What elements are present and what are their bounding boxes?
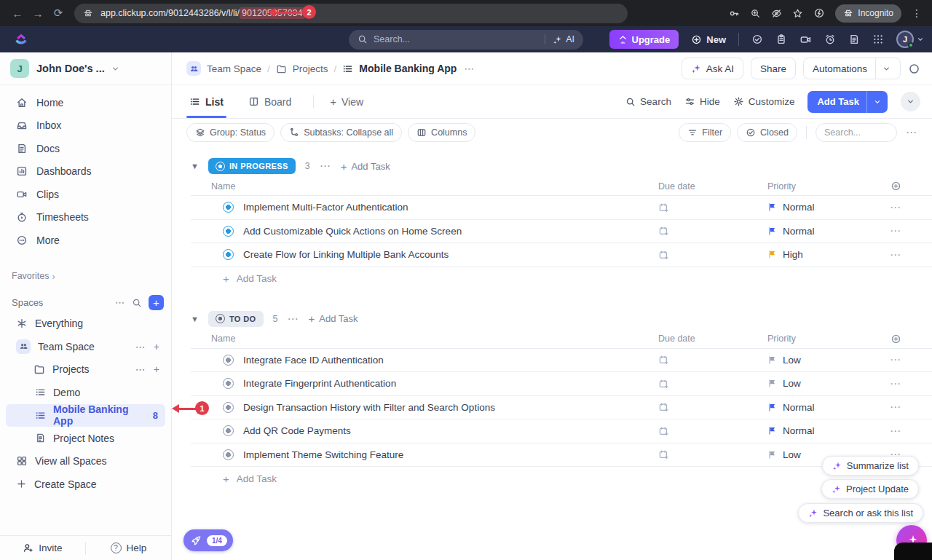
reminder-clock-icon[interactable] xyxy=(824,33,836,45)
view-search-button[interactable]: Search xyxy=(625,96,671,107)
avatar[interactable]: J xyxy=(896,31,914,48)
tab-board[interactable]: Board xyxy=(245,85,294,118)
priority-label[interactable]: Low xyxy=(783,378,801,389)
space-menu-icon[interactable]: ⋯ xyxy=(135,341,146,352)
row-menu-icon[interactable]: ⋯ xyxy=(890,224,901,237)
task-name[interactable]: Integrate Face ID Authentication xyxy=(243,355,384,366)
sidebar-item-docs[interactable]: Docs xyxy=(0,137,171,160)
calendar-plus-icon[interactable] xyxy=(658,250,669,261)
columns-button[interactable]: Columns xyxy=(408,123,475,142)
sidebar-item-view-all-spaces[interactable]: View all Spaces xyxy=(0,450,171,473)
list-search-input[interactable] xyxy=(824,127,875,138)
calendar-plus-icon[interactable] xyxy=(658,202,669,213)
clipboard-icon[interactable] xyxy=(775,33,787,45)
calendar-plus-icon[interactable] xyxy=(658,379,669,390)
calendar-plus-icon[interactable] xyxy=(658,355,669,366)
column-due-date[interactable]: Due date xyxy=(658,334,695,344)
clickup-logo-icon[interactable] xyxy=(13,31,29,47)
password-key-icon[interactable] xyxy=(729,8,740,19)
sidebar-item-team-space[interactable]: Team Space ⋯+ xyxy=(0,335,171,358)
project-update-button[interactable]: Project Update xyxy=(821,479,919,499)
invite-button[interactable]: Invite xyxy=(0,536,85,560)
group-add-task-button[interactable]: +Add Task xyxy=(308,312,358,325)
list-search-field[interactable] xyxy=(816,123,897,142)
table-row[interactable]: Design Transaction History with Filter a… xyxy=(191,396,932,420)
breadcrumb-projects[interactable]: Projects xyxy=(293,63,328,74)
priority-label[interactable]: Normal xyxy=(783,202,815,213)
priority-flag-icon[interactable] xyxy=(767,403,777,412)
group-by-button[interactable]: Group: Status xyxy=(186,123,275,142)
table-row[interactable]: Create Flow for Linking Multiple Bank Ac… xyxy=(191,243,932,267)
browser-address-bar[interactable]: app.clickup.com/9012443286/v/l/li/901205… xyxy=(74,4,628,23)
calendar-plus-icon[interactable] xyxy=(658,402,669,413)
status-badge[interactable]: TO DO xyxy=(208,311,264,327)
priority-label[interactable]: Normal xyxy=(783,402,815,413)
priority-label[interactable]: High xyxy=(783,249,803,260)
browser-back-button[interactable]: ← xyxy=(7,3,28,23)
task-name[interactable]: Implement Multi-Factor Authentication xyxy=(243,202,408,213)
table-row[interactable]: Add QR Code Payments Normal ⋯ xyxy=(191,419,932,443)
calendar-plus-icon[interactable] xyxy=(658,426,669,437)
breadcrumb-current-list[interactable]: Mobile Banking App xyxy=(359,63,457,74)
collapse-group-icon[interactable]: ▼ xyxy=(191,162,199,170)
task-name[interactable]: Create Flow for Linking Multiple Bank Ac… xyxy=(243,249,449,260)
task-name[interactable]: Add Customizable Quick Actions on Home S… xyxy=(243,226,462,237)
row-menu-icon[interactable]: ⋯ xyxy=(890,425,901,438)
task-status-icon[interactable] xyxy=(223,402,234,413)
global-search-input[interactable] xyxy=(374,34,539,44)
row-menu-icon[interactable]: ⋯ xyxy=(890,401,901,414)
table-row[interactable]: Integrate Fingerprint Authentication Low… xyxy=(191,372,932,396)
spaces-search-icon[interactable] xyxy=(132,298,142,308)
column-priority[interactable]: Priority xyxy=(767,334,796,344)
add-space-button[interactable]: + xyxy=(149,295,164,310)
task-status-icon[interactable] xyxy=(223,425,234,436)
priority-flag-icon[interactable] xyxy=(767,355,777,365)
task-status-icon[interactable] xyxy=(223,355,234,366)
sidebar-item-everything[interactable]: Everything xyxy=(0,312,171,336)
favorites-section[interactable]: Favorites › xyxy=(12,271,171,282)
folder-menu-icon[interactable]: ⋯ xyxy=(135,363,146,375)
column-name[interactable]: Name xyxy=(211,181,235,192)
sidebar-item-clips[interactable]: Clips xyxy=(0,183,171,206)
table-row[interactable]: Implement Theme Switching Feature Low ⋯ xyxy=(191,443,932,468)
sidebar-item-demo-list[interactable]: Demo xyxy=(0,381,171,404)
add-task-dropdown[interactable] xyxy=(866,91,888,113)
add-task-button[interactable]: Add Task xyxy=(807,91,888,113)
sidebar-item-timesheets[interactable]: Timesheets xyxy=(0,206,171,229)
global-search[interactable]: AI xyxy=(349,30,583,50)
table-row[interactable]: Implement Multi-Factor Authentication No… xyxy=(191,196,932,220)
subtasks-button[interactable]: Subtasks: Collapse all xyxy=(280,123,402,142)
priority-flag-icon[interactable] xyxy=(767,450,777,460)
topbar-ai-button[interactable]: AI xyxy=(545,34,574,44)
workspace-avatar[interactable]: J xyxy=(10,59,29,78)
priority-flag-icon[interactable] xyxy=(767,250,777,259)
calendar-plus-icon[interactable] xyxy=(658,226,669,237)
task-name[interactable]: Add QR Code Payments xyxy=(243,425,351,436)
add-view-button[interactable]: + View xyxy=(327,85,366,118)
task-status-icon[interactable] xyxy=(223,449,234,460)
sidebar-item-dashboards[interactable]: Dashboards xyxy=(0,160,171,184)
add-column-icon[interactable] xyxy=(890,181,901,192)
column-name[interactable]: Name xyxy=(211,334,235,344)
site-info-icon[interactable] xyxy=(83,8,93,18)
row-menu-icon[interactable]: ⋯ xyxy=(890,248,901,261)
task-status-icon[interactable] xyxy=(223,202,234,213)
priority-label[interactable]: Low xyxy=(783,449,801,460)
share-button[interactable]: Share xyxy=(751,58,796,79)
browser-reload-button[interactable]: ⟳ xyxy=(48,3,68,23)
help-button[interactable]: ? Help xyxy=(86,536,171,560)
sidebar-item-mobile-banking-app[interactable]: Mobile Banking App 8 xyxy=(6,404,165,427)
table-row[interactable]: Integrate Face ID Authentication Low ⋯ xyxy=(191,349,932,373)
apps-grid-icon[interactable] xyxy=(872,33,884,45)
folder-add-icon[interactable]: + xyxy=(154,363,159,375)
priority-label[interactable]: Normal xyxy=(783,425,815,436)
filter-button[interactable]: Filter xyxy=(679,123,731,142)
automations-dropdown[interactable] xyxy=(875,58,891,79)
task-status-icon[interactable] xyxy=(223,249,234,260)
sidebar-item-home[interactable]: Home xyxy=(0,91,171,114)
column-priority[interactable]: Priority xyxy=(767,181,796,192)
status-badge[interactable]: IN PROGRESS xyxy=(208,158,296,174)
task-name[interactable]: Integrate Fingerprint Authentication xyxy=(243,378,396,389)
group-menu-icon[interactable]: ⋯ xyxy=(320,159,331,173)
priority-flag-icon[interactable] xyxy=(767,226,777,236)
